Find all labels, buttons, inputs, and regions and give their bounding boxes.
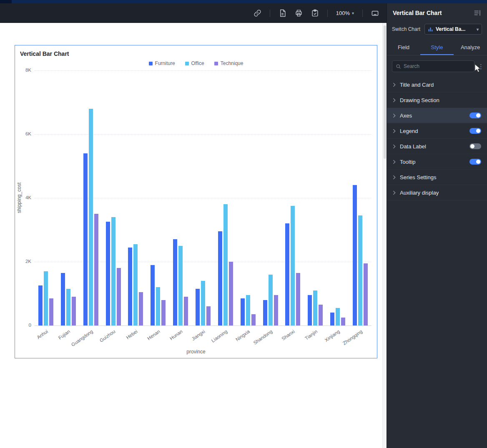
search-input[interactable] bbox=[404, 63, 471, 69]
clipboard-check-icon[interactable] bbox=[311, 9, 319, 17]
x-tick-label: Hebei bbox=[126, 329, 139, 340]
bar-xinjiang-furniture[interactable] bbox=[330, 313, 334, 325]
legend-item-furniture[interactable]: Furniture bbox=[149, 60, 175, 66]
keyboard-icon[interactable] bbox=[371, 9, 379, 17]
x-axis-title: province bbox=[15, 349, 377, 355]
scrollbar-thumb[interactable] bbox=[384, 25, 386, 159]
bar-shandong-furniture[interactable] bbox=[263, 300, 267, 325]
chevron-right-icon bbox=[393, 175, 396, 180]
panel-title: Vertical Bar Chart bbox=[393, 10, 442, 16]
bar-liaoning-technique[interactable] bbox=[229, 262, 233, 325]
data-label-toggle[interactable] bbox=[469, 143, 481, 149]
section-tooltip[interactable]: Tooltip bbox=[387, 154, 487, 170]
bar-hunan-furniture[interactable] bbox=[173, 239, 177, 325]
bar-jiangxi-technique[interactable] bbox=[206, 306, 211, 325]
bar-guizhou-office[interactable] bbox=[111, 217, 115, 325]
bar-hebei-furniture[interactable] bbox=[128, 248, 132, 325]
bar-liaoning-furniture[interactable] bbox=[218, 231, 222, 325]
bar-ningxia-technique[interactable] bbox=[251, 314, 256, 325]
section-label: Tooltip bbox=[400, 159, 416, 165]
bar-henan-office[interactable] bbox=[156, 287, 160, 325]
more-vertical-icon[interactable]: ⋮ bbox=[478, 63, 484, 70]
bar-xinjiang-office[interactable] bbox=[336, 308, 340, 325]
bar-zhongqing-furniture[interactable] bbox=[353, 185, 357, 325]
printer-icon[interactable] bbox=[295, 9, 303, 17]
panel-header: Vertical Bar Chart bbox=[387, 3, 487, 23]
section-label: Series Settings bbox=[400, 174, 436, 180]
document-icon[interactable] bbox=[279, 9, 286, 17]
section-drawing-section[interactable]: Drawing Section bbox=[387, 93, 487, 108]
bar-ningxia-office[interactable] bbox=[246, 295, 250, 325]
zoom-level: 100% bbox=[336, 10, 350, 16]
collapse-panel-icon[interactable] bbox=[474, 9, 481, 17]
section-label: Data Label bbox=[400, 143, 426, 150]
y-tick-label: 0 bbox=[18, 323, 31, 328]
tooltip-toggle[interactable] bbox=[469, 159, 481, 165]
section-label: Auxiliary display bbox=[400, 190, 439, 196]
bar-fujian-furniture[interactable] bbox=[61, 273, 65, 325]
axes-toggle[interactable] bbox=[469, 113, 481, 118]
bar-jiangxi-furniture[interactable] bbox=[196, 289, 200, 325]
bar-jiangxi-office[interactable] bbox=[201, 281, 205, 325]
section-axes[interactable]: Axes bbox=[387, 108, 487, 123]
link-icon[interactable] bbox=[254, 9, 261, 17]
bar-tianjin-furniture[interactable] bbox=[308, 295, 312, 325]
bar-shandong-technique[interactable] bbox=[274, 295, 278, 325]
x-tick-label: Liaoning bbox=[211, 329, 228, 343]
top-accent-strip bbox=[0, 0, 487, 3]
bar-anhui-technique[interactable] bbox=[49, 298, 53, 325]
legend-item-technique[interactable]: Technique bbox=[214, 60, 243, 66]
toolbar-divider bbox=[270, 10, 270, 17]
tab-style[interactable]: Style bbox=[420, 40, 454, 55]
bar-tianjin-technique[interactable] bbox=[319, 305, 323, 325]
section-title-and-card[interactable]: Title and Card bbox=[387, 77, 487, 93]
bar-henan-furniture[interactable] bbox=[151, 265, 155, 325]
section-legend[interactable]: Legend bbox=[387, 123, 487, 139]
chevron-right-icon bbox=[393, 160, 396, 164]
bar-anhui-furniture[interactable] bbox=[38, 285, 43, 325]
bar-anhui-office[interactable] bbox=[44, 271, 48, 325]
section-series-settings[interactable]: Series Settings bbox=[387, 170, 487, 185]
section-data-label[interactable]: Data Label bbox=[387, 139, 487, 154]
bar-hebei-technique[interactable] bbox=[139, 292, 143, 325]
bar-fujian-office[interactable] bbox=[66, 289, 70, 325]
bar-hunan-office[interactable] bbox=[178, 246, 183, 325]
chart-card[interactable]: Vertical Bar Chart FurnitureOfficeTechni… bbox=[15, 45, 377, 358]
bar-guangdong-office[interactable] bbox=[89, 109, 93, 325]
legend-label: Furniture bbox=[155, 60, 175, 66]
legend-toggle[interactable] bbox=[469, 128, 481, 134]
panel-tabs: Field Style Analyze bbox=[387, 40, 487, 55]
bar-zhongqing-office[interactable] bbox=[358, 215, 362, 325]
bar-shandong-office[interactable] bbox=[269, 275, 273, 325]
bar-tianjin-office[interactable] bbox=[313, 290, 317, 325]
legend-item-office[interactable]: Office bbox=[185, 60, 204, 66]
section-label: Title and Card bbox=[400, 82, 434, 88]
legend-label: Technique bbox=[221, 60, 243, 66]
bar-henan-technique[interactable] bbox=[161, 300, 166, 325]
bar-fujian-technique[interactable] bbox=[72, 297, 76, 325]
bar-shanxi-technique[interactable] bbox=[296, 273, 300, 325]
x-tick-label: Henan bbox=[147, 329, 161, 341]
y-tick-label: 4K bbox=[18, 195, 31, 200]
bar-shanxi-furniture[interactable] bbox=[285, 223, 289, 325]
bar-liaoning-office[interactable] bbox=[223, 204, 228, 325]
bar-shanxi-office[interactable] bbox=[291, 206, 295, 325]
chart-legend: FurnitureOfficeTechnique bbox=[15, 60, 377, 66]
bar-zhongqing-technique[interactable] bbox=[364, 263, 368, 325]
zoom-control[interactable]: 100% ▾ bbox=[336, 10, 354, 16]
bar-guizhou-technique[interactable] bbox=[117, 268, 121, 325]
bar-hunan-technique[interactable] bbox=[184, 297, 188, 325]
bar-guangdong-furniture[interactable] bbox=[83, 153, 88, 325]
vertical-scrollbar[interactable] bbox=[382, 23, 387, 448]
tab-field[interactable]: Field bbox=[387, 40, 420, 55]
bar-xinjiang-technique[interactable] bbox=[341, 318, 345, 325]
chart-type-select[interactable]: Vertical Ba... ▾ bbox=[424, 24, 482, 35]
x-tick-label: Hunan bbox=[169, 329, 183, 341]
bar-ningxia-furniture[interactable] bbox=[241, 298, 245, 325]
bar-guizhou-furniture[interactable] bbox=[106, 222, 110, 325]
bar-hebei-office[interactable] bbox=[133, 244, 138, 325]
section-auxiliary-display[interactable]: Auxiliary display bbox=[387, 185, 487, 200]
tab-analyze[interactable]: Analyze bbox=[454, 40, 487, 55]
settings-panel: Vertical Bar Chart Switch Chart Vertical… bbox=[387, 3, 487, 448]
bar-guangdong-technique[interactable] bbox=[94, 214, 98, 325]
